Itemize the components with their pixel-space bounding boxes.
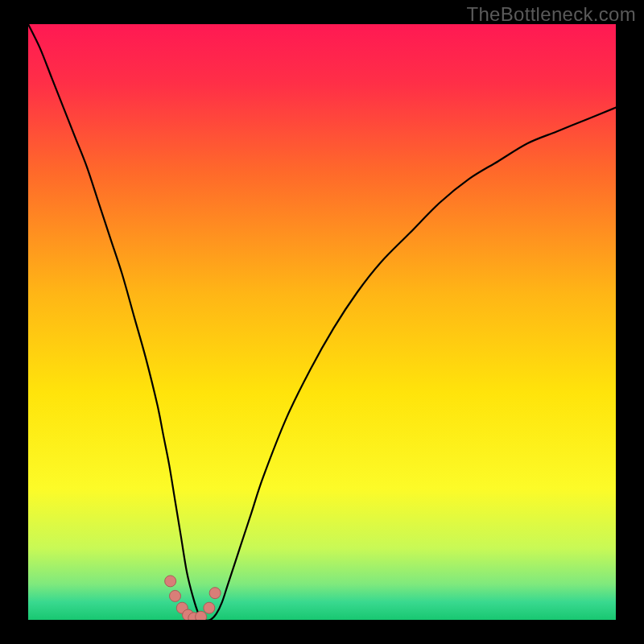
- data-marker: [170, 590, 181, 601]
- watermark-text: TheBottleneck.com: [466, 3, 636, 26]
- plot-background: [28, 24, 616, 620]
- data-marker: [204, 602, 215, 613]
- data-marker: [196, 611, 207, 622]
- data-marker: [165, 576, 176, 587]
- bottleneck-curve-chart: [0, 0, 644, 644]
- chart-stage: TheBottleneck.com: [0, 0, 644, 644]
- data-marker: [209, 588, 221, 599]
